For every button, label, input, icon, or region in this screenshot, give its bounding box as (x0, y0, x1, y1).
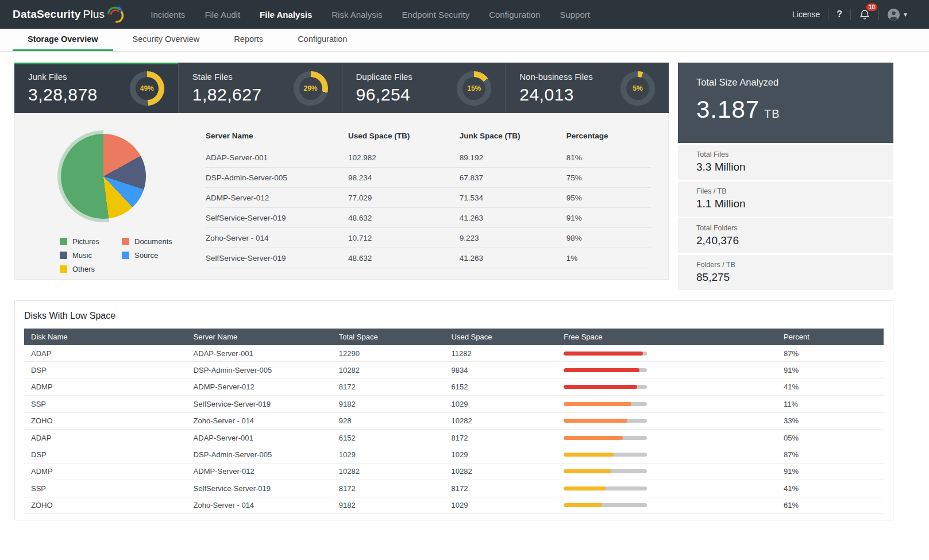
table-cell: 71.534 (460, 194, 566, 202)
table-row[interactable]: ZOHOZoho-Server - 0149182102961% (24, 497, 884, 514)
percent-cell: 05% (784, 434, 877, 442)
server-name-cell: Zoho-Server - 014 (194, 416, 339, 425)
stat-card-text: Duplicate Files96,254 (356, 72, 413, 105)
table-row[interactable]: ADAPADAP-Server-0016152817205% (24, 430, 884, 446)
storage-overview-panel: Junk Files3,28,87849%Stale Files1,82,627… (14, 63, 669, 290)
donut-percent-label: 5% (626, 77, 649, 100)
stat-card-junk-files[interactable]: Junk Files3,28,87849% (14, 63, 178, 113)
table-row[interactable]: SSPSelfService-Server-0199182102911% (24, 396, 884, 412)
used-space-cell: 10282 (452, 467, 564, 476)
nav-item-risk-analysis[interactable]: Risk Analysis (331, 2, 382, 28)
disk-name-cell: SSP (31, 400, 194, 408)
free-space-cell (564, 469, 784, 473)
table-row[interactable]: DSPDSP-Admin-Server-0051029102987% (24, 446, 884, 463)
legend-label: Documents (134, 237, 172, 246)
free-space-cell (564, 402, 784, 406)
total-space-cell: 9182 (339, 501, 452, 509)
total-space-cell: 8172 (339, 383, 452, 391)
server-name-cell: ADMP-Server-012 (194, 467, 339, 476)
nav-item-configuration[interactable]: Configuration (489, 2, 540, 28)
nav-item-support[interactable]: Support (560, 2, 590, 28)
stat-label: Total Files (696, 150, 875, 159)
table-row[interactable]: ADMPADMP-Server-012102821028291% (24, 464, 884, 480)
free-space-cell (564, 368, 784, 372)
legend-label: Pictures (72, 237, 99, 246)
legend-swatch (60, 252, 67, 259)
percent-cell: 61% (784, 501, 877, 509)
app-logo[interactable]: DataSecurityPlus (13, 5, 124, 24)
used-space-cell: 1029 (452, 450, 564, 459)
legend-item-music: Music (60, 251, 122, 260)
used-space-cell: 1029 (452, 400, 564, 408)
table-row[interactable]: SelfService-Server-01948.63241.2631% (206, 248, 651, 268)
table-row[interactable]: SSPSelfService-Server-0198172817241% (24, 480, 884, 497)
tab-storage-overview[interactable]: Storage Overview (13, 29, 113, 51)
table-cell: 67.837 (460, 173, 566, 182)
free-space-progress-bar (564, 402, 647, 406)
column-header: Used Space (TB) (348, 132, 460, 140)
total-size-header: Total Size Analyzed 3.187TB (678, 63, 893, 143)
free-space-progress-bar (564, 419, 647, 423)
free-space-progress-bar (564, 503, 647, 507)
used-space-cell: 6152 (452, 383, 564, 391)
used-space-cell: 9834 (452, 366, 564, 374)
file-type-pie-chart[interactable] (61, 134, 146, 219)
stat-card-duplicate-files[interactable]: Duplicate Files96,25415% (342, 63, 506, 113)
nav-item-endpoint-security[interactable]: Endpoint Security (402, 2, 470, 28)
nav-item-file-analysis[interactable]: File Analysis (260, 2, 312, 28)
disk-name-cell: DSP (31, 366, 194, 374)
table-row[interactable]: SelfService-Server-01948.63241.26391% (206, 208, 651, 228)
nav-item-incidents[interactable]: Incidents (151, 2, 185, 28)
table-cell: DSP-Admin-Server-005 (206, 173, 348, 182)
tab-security-overview[interactable]: Security Overview (118, 29, 215, 51)
table-row[interactable]: ADMP-Server-01277.02971.53495% (206, 188, 651, 208)
legend-item-pictures: Pictures (60, 237, 122, 246)
percent-cell: 33% (784, 416, 877, 425)
stat-folders-tb: Folders / TB85,275 (678, 255, 893, 290)
user-menu[interactable]: ▼ (879, 8, 916, 21)
free-space-cell (564, 436, 784, 440)
help-button[interactable]: ? (828, 9, 850, 20)
junk-space-table: Server NameUsed Space (TB)Junk Space (TB… (199, 121, 657, 273)
progress-bar-fill (564, 368, 639, 372)
user-avatar-icon (887, 8, 900, 21)
table-row[interactable]: ADAPADAP-Server-001122901128287% (24, 345, 884, 362)
percent-cell: 91% (784, 467, 877, 476)
table-row[interactable]: ZOHOZoho-Server - 0149281028233% (24, 413, 884, 430)
disks-table-header: Disk NameServer NameTotal SpaceUsed Spac… (24, 329, 884, 345)
column-header: Percent (784, 333, 877, 341)
table-row[interactable]: ADMPADMP-Server-0128172615241% (24, 379, 884, 396)
progress-bar-fill (564, 503, 602, 507)
stat-total-folders: Total Folders2,40,376 (678, 218, 893, 253)
table-cell: SelfService-Server-019 (206, 254, 348, 262)
used-space-cell: 8172 (452, 484, 564, 493)
table-row[interactable]: DSPDSP-Admin-Server-00510282983491% (24, 362, 884, 379)
free-space-progress-bar (564, 469, 647, 473)
table-row[interactable]: ADAP-Server-001102.98289.19281% (206, 148, 651, 168)
legend-label: Others (72, 265, 95, 273)
stat-card-non-business-files[interactable]: Non-business Files24,0135% (505, 63, 669, 113)
disk-name-cell: SSP (31, 484, 194, 493)
donut-percent-label: 15% (462, 77, 485, 100)
tab-configuration[interactable]: Configuration (283, 29, 362, 51)
percent-cell: 91% (784, 366, 877, 374)
percent-cell: 87% (784, 349, 877, 358)
table-cell: 102.982 (348, 153, 460, 162)
junk-table-header-row: Server NameUsed Space (TB)Junk Space (TB… (206, 123, 651, 148)
server-name-cell: DSP-Admin-Server-005 (194, 366, 339, 374)
table-row[interactable]: DSP-Admin-Server-00598.23467.83775% (206, 168, 651, 188)
nav-item-file-audit[interactable]: File Audit (205, 2, 240, 28)
stat-card-donut-chart: 29% (294, 71, 328, 106)
notifications-button[interactable]: 10 (851, 9, 878, 21)
table-row[interactable]: Zoho-Server - 01410.7129.22398% (206, 228, 651, 248)
total-size-panel: Total Size Analyzed 3.187TB Total Files3… (678, 63, 893, 290)
license-link[interactable]: License (784, 10, 828, 19)
topbar-actions: License ? 10 ▼ (784, 8, 916, 21)
total-space-cell: 12290 (339, 349, 452, 358)
tab-reports[interactable]: Reports (219, 29, 278, 51)
server-name-cell: SelfService-Server-019 (194, 400, 339, 408)
column-header: Disk Name (31, 333, 194, 341)
stat-card-stale-files[interactable]: Stale Files1,82,62729% (178, 63, 342, 113)
free-space-cell (564, 486, 784, 491)
table-cell: 1% (566, 254, 651, 262)
